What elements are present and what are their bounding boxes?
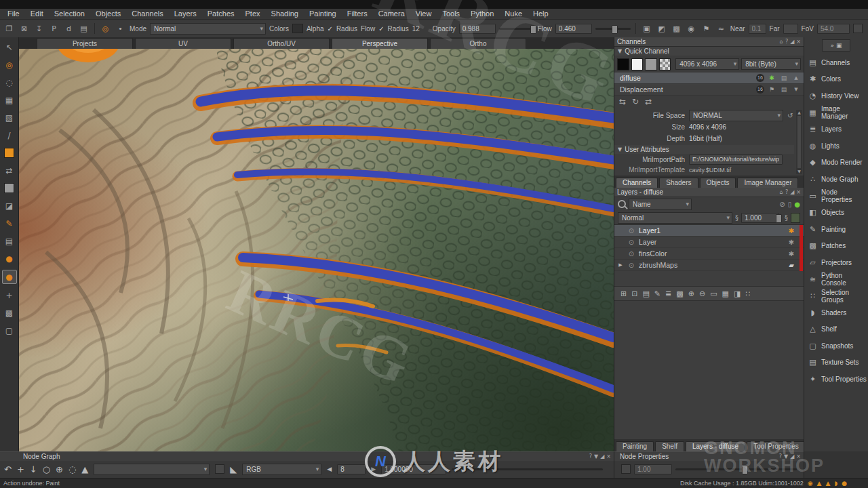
paint-brush-tool-icon[interactable]: ✎ — [3, 217, 16, 230]
merge-layers-icon[interactable]: ≣ — [665, 289, 671, 298]
checker-background-icon[interactable]: ▩ — [671, 23, 682, 35]
transfer-channel-icon[interactable]: ⇆ — [619, 97, 626, 106]
paint-blending-dropdown[interactable] — [94, 464, 210, 475]
paint-through-tool-icon[interactable]: ▤ — [3, 235, 16, 247]
bitdepth-dropdown[interactable]: 8bit (Byte) — [741, 58, 801, 70]
channel-shader-icon[interactable]: ⚑ — [767, 86, 776, 93]
panel-help-icon[interactable]: ? — [785, 189, 788, 195]
tab-uv[interactable]: UV — [135, 38, 231, 49]
fov-stepper[interactable] — [853, 24, 863, 33]
filter-by-dropdown[interactable]: Name — [629, 199, 692, 210]
add-group-icon[interactable]: ▤ — [642, 289, 649, 298]
scroll-up-icon[interactable]: ▲ — [791, 75, 801, 81]
collapse-all-icon[interactable]: » — [830, 42, 834, 49]
add-tool-icon[interactable]: + — [3, 289, 16, 302]
buffer-scale-slider[interactable] — [452, 468, 603, 470]
background-color-swatch[interactable] — [3, 182, 16, 195]
add-channel-layer-icon[interactable]: ⊕ — [688, 289, 694, 298]
sidebar-item-painting[interactable]: ✎Painting — [804, 221, 868, 238]
visibility-eye-icon[interactable]: ⊙ — [627, 262, 636, 269]
menu-channels[interactable]: Channels — [126, 9, 168, 19]
sidebar-item-channels[interactable]: ▤Channels — [804, 54, 868, 71]
add-mask-icon[interactable]: ▩ — [676, 289, 683, 298]
clear-buffer-icon[interactable]: ◌ — [68, 464, 76, 474]
paint-target-icon[interactable]: ✱ — [786, 250, 797, 258]
file-space-dropdown[interactable]: NORMAL — [689, 110, 783, 121]
camera-view-icon[interactable]: ▣ — [641, 23, 652, 35]
sidebar-item-colors[interactable]: ✱Colors — [804, 71, 868, 88]
rotate-buffer-icon[interactable]: ○ — [43, 464, 50, 474]
select-tool-icon[interactable]: ↖ — [3, 41, 16, 54]
sync-channel-icon[interactable]: ↻ — [632, 97, 639, 106]
panel-home-icon[interactable]: ⌂ — [780, 189, 783, 195]
blend-mode-dropdown[interactable]: Normal — [618, 212, 732, 224]
dock-tab-channels[interactable]: Channels — [616, 178, 658, 188]
panel-detach-icon[interactable]: ◢ — [790, 39, 794, 45]
dock-tab-layers-diffuse[interactable]: Layers - diffuse — [686, 441, 745, 451]
menu-shading[interactable]: Shading — [266, 9, 304, 19]
brush-tip-icon[interactable]: ● — [3, 252, 16, 265]
panel-close-icon[interactable]: × — [606, 453, 611, 460]
flow-slider[interactable] — [595, 28, 631, 30]
layer-row-layer1[interactable]: ⊙ Layer1 ✱ — [614, 225, 804, 237]
channel-row-diffuse[interactable]: diffuse 16 ✱ ▤ ▲ — [614, 73, 804, 84]
dock-tab-painting[interactable]: Painting — [616, 441, 654, 451]
save-project-icon[interactable]: ↧ — [33, 23, 45, 35]
clipboard-icon[interactable]: ▤ — [78, 23, 90, 35]
tab-projects[interactable]: Projects — [37, 38, 133, 49]
panel-detach-icon[interactable]: ◢ — [790, 453, 794, 460]
duplicate-layer-icon[interactable]: ▦ — [722, 289, 729, 298]
dock-tab-shaders[interactable]: Shaders — [659, 178, 698, 188]
sidebar-item-history-view[interactable]: ◔History View — [804, 87, 868, 104]
node-value-slider[interactable] — [675, 468, 797, 470]
quick-channel-section[interactable]: ▼ Quick Channel — [614, 47, 804, 56]
scroll-down-icon[interactable]: ▼ — [797, 169, 801, 174]
expand-arrow-icon[interactable]: ▶ — [617, 262, 624, 268]
node-properties-header[interactable]: Node Properties ? ▼ ◢ × — [614, 451, 804, 461]
active-paint-tool-icon[interactable]: ● — [2, 270, 17, 284]
menu-tools[interactable]: Tools — [437, 9, 465, 19]
channel-cached-icon[interactable]: ✱ — [767, 75, 776, 81]
paint-mode-icon[interactable]: d — [63, 23, 75, 35]
new-project-icon[interactable]: ❐ — [3, 23, 15, 35]
visibility-eye-icon[interactable]: ⊙ — [627, 250, 636, 258]
swap-colors-icon[interactable]: ⇄ — [3, 164, 16, 177]
active-tool-target-icon[interactable]: ◎ — [100, 23, 111, 35]
layer-row-zbrushmaps[interactable]: ▶ ⊙ zbrushMaps ▰ — [614, 260, 804, 271]
panel-help-icon[interactable]: ? — [779, 453, 782, 460]
panel-detach-icon[interactable]: ◢ — [600, 453, 604, 460]
menu-nuke[interactable]: Nuke — [499, 9, 528, 19]
3d-viewport-canvas[interactable] — [19, 49, 614, 451]
tool-options-dot-icon[interactable]: • — [115, 23, 126, 35]
panel-collapse-icon[interactable]: ▼ — [594, 453, 598, 460]
opacity-field[interactable] — [459, 24, 496, 34]
sidebar-item-patches[interactable]: ▩Patches — [804, 238, 868, 255]
panel-close-icon[interactable]: × — [796, 453, 801, 460]
dock-tab-objects[interactable]: Objects — [700, 178, 736, 188]
next-udim-icon[interactable]: ▶ — [371, 466, 376, 472]
remove-layer-icon[interactable]: ⊖ — [699, 289, 705, 298]
sidebar-item-python-console[interactable]: ≋Python Console — [804, 271, 868, 288]
menu-selection[interactable]: Selection — [49, 9, 90, 19]
node-property-expand-button[interactable] — [621, 464, 631, 474]
menu-ptex[interactable]: Ptex — [240, 9, 266, 19]
tab-ortho[interactable]: Ortho — [430, 38, 526, 49]
shadow-toggle-icon[interactable]: ◩ — [656, 23, 667, 35]
white-swatch[interactable] — [631, 58, 644, 70]
colorspace-dropdown[interactable]: RGB — [242, 464, 321, 475]
fov-field[interactable] — [817, 24, 850, 34]
add-layer-icon[interactable]: ⊞ — [620, 289, 627, 298]
layer-preview-toggle[interactable] — [791, 213, 800, 223]
buffer-scale-field[interactable] — [381, 464, 446, 474]
node-graph-header[interactable]: Node Graph ? ▼ ◢ × — [0, 451, 614, 461]
filter-column-icon[interactable]: ▯ — [788, 201, 792, 208]
scroll-up-icon[interactable]: ▲ — [797, 110, 801, 115]
menu-painting[interactable]: Painting — [304, 9, 342, 19]
sidebar-item-node-properties[interactable]: ▭Node Properties — [804, 188, 868, 205]
bake-down-icon[interactable]: ↓ — [30, 464, 37, 474]
alpha-checkmark-icon[interactable]: ✓ — [328, 25, 333, 33]
tab-ortho-uv[interactable]: Ortho/UV — [233, 38, 330, 49]
panel-home-icon[interactable]: ⌂ — [780, 39, 783, 45]
paint-mode-dropdown[interactable]: Normal — [150, 23, 266, 35]
far-clip-field[interactable] — [783, 24, 798, 34]
